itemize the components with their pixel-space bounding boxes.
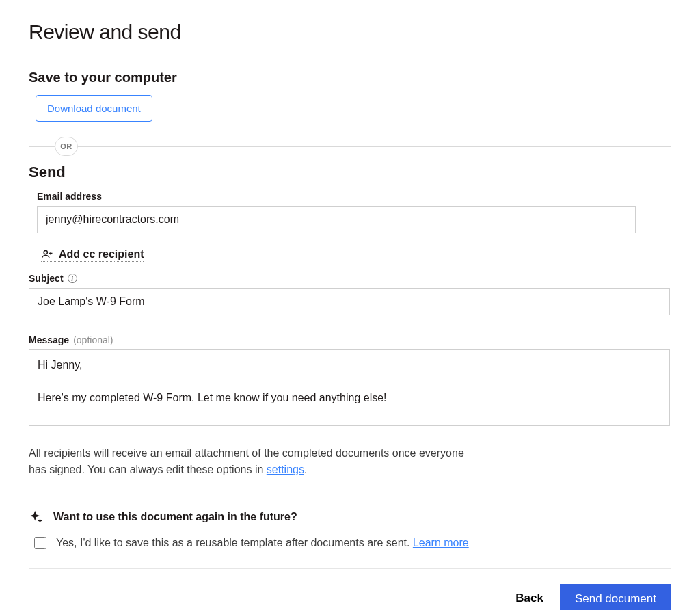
recipients-note: All recipients will receive an email att… [29, 445, 466, 478]
save-template-label: Yes, I'd like to save this as a reusable… [56, 537, 413, 548]
learn-more-link[interactable]: Learn more [413, 537, 469, 548]
add-cc-label: Add cc recipient [59, 248, 144, 261]
save-template-checkbox[interactable] [34, 537, 46, 549]
or-badge: OR [55, 137, 78, 156]
back-button[interactable]: Back [515, 592, 543, 607]
settings-link[interactable]: settings [267, 464, 304, 475]
message-textarea[interactable] [29, 349, 670, 426]
reuse-heading: Want to use this document again in the f… [53, 511, 297, 523]
add-person-icon [41, 248, 53, 261]
sparkle-icon [29, 509, 44, 525]
subject-input[interactable] [29, 288, 670, 315]
or-divider: OR [29, 146, 671, 147]
send-document-button[interactable]: Send document [560, 584, 671, 610]
email-label: Email address [37, 191, 671, 202]
download-document-button[interactable]: Download document [36, 95, 152, 122]
footer-divider [29, 568, 671, 569]
svg-point-0 [44, 250, 47, 254]
message-optional-label: (optional) [73, 334, 113, 345]
add-cc-recipient-button[interactable]: Add cc recipient [41, 248, 144, 262]
email-input[interactable] [37, 206, 636, 233]
save-section-heading: Save to your computer [29, 70, 671, 85]
info-icon[interactable]: i [68, 274, 77, 283]
send-section-heading: Send [29, 163, 671, 181]
message-label: Message [29, 334, 69, 345]
page-title: Review and send [29, 21, 671, 44]
subject-label: Subject [29, 273, 64, 284]
